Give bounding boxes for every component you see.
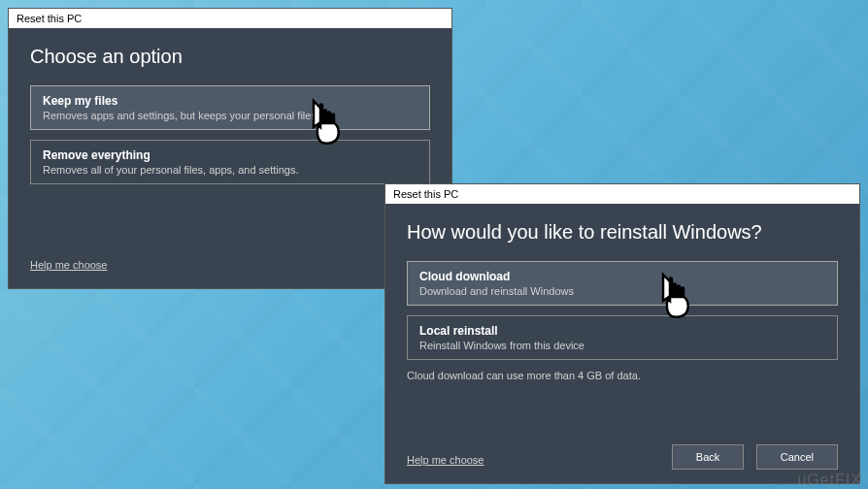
option-title: Remove everything [43, 148, 417, 162]
dialog-heading: How would you like to reinstall Windows? [407, 221, 838, 244]
help-me-choose-link[interactable]: Help me choose [30, 259, 108, 271]
dialog-content: How would you like to reinstall Windows?… [385, 204, 859, 399]
cancel-button[interactable]: Cancel [756, 444, 838, 470]
cloud-download-option[interactable]: Cloud download Download and reinstall Wi… [407, 261, 838, 306]
dialog-heading: Choose an option [30, 46, 430, 68]
dialog-titlebar: Reset this PC [385, 184, 859, 204]
option-description: Removes all of your personal files, apps… [43, 164, 417, 176]
cloud-download-info: Cloud download can use more than 4 GB of… [407, 370, 838, 381]
help-me-choose-link[interactable]: Help me choose [407, 454, 484, 466]
reset-pc-dialog-reinstall: Reset this PC How would you like to rein… [384, 183, 860, 484]
option-title: Keep my files [43, 94, 417, 108]
dialog-title: Reset this PC [393, 188, 458, 200]
back-button[interactable]: Back [672, 444, 744, 470]
option-description: Removes apps and settings, but keeps you… [43, 110, 417, 121]
option-title: Cloud download [419, 270, 825, 283]
remove-everything-option[interactable]: Remove everything Removes all of your pe… [30, 140, 430, 184]
local-reinstall-option[interactable]: Local reinstall Reinstall Windows from t… [407, 315, 838, 360]
option-title: Local reinstall [419, 324, 825, 338]
keep-my-files-option[interactable]: Keep my files Removes apps and settings,… [30, 85, 430, 130]
option-description: Reinstall Windows from this device [419, 340, 825, 351]
option-description: Download and reinstall Windows [419, 285, 825, 297]
dialog-buttons: Back Cancel [664, 444, 838, 470]
dialog-title: Reset this PC [17, 13, 82, 24]
dialog-titlebar: Reset this PC [9, 9, 451, 28]
watermark-text: uGetFIX [797, 472, 862, 489]
